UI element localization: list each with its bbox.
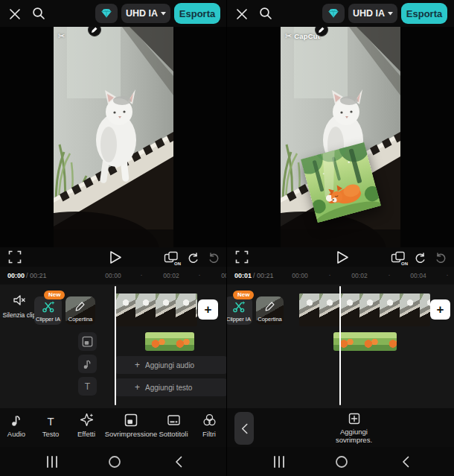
export-button[interactable]: Esporta <box>401 3 447 24</box>
compare-on-label: ON <box>401 261 408 266</box>
nav-home-icon[interactable] <box>334 455 349 469</box>
add-text-row[interactable]: + Aggiungi testo <box>115 378 227 396</box>
overlay-track[interactable] <box>145 332 194 351</box>
ai-clipper-button[interactable]: Clipper IA <box>34 296 62 325</box>
undo-icon[interactable] <box>187 251 199 263</box>
timeline[interactable]: Clipper IA New Copertina + <box>227 285 454 408</box>
video-frame <box>319 293 339 326</box>
transport-controls: ON <box>0 247 227 267</box>
video-frame <box>339 293 359 326</box>
cat-piano-scene <box>54 27 173 247</box>
plus-icon: + <box>437 302 444 317</box>
quality-selector[interactable]: UHD IA <box>348 4 397 23</box>
play-icon[interactable] <box>333 249 350 265</box>
video-frame <box>380 293 400 326</box>
topbar: UHD IA Esporta <box>227 0 454 27</box>
preview-area: ✂ CapCut <box>227 27 454 247</box>
timeline[interactable]: Silenzia clip Clipper IA New Copertina + <box>0 285 227 408</box>
pro-gem-button[interactable] <box>95 4 118 23</box>
music-note-icon <box>82 358 93 369</box>
mute-clip-button[interactable]: Silenzia clip <box>2 293 36 320</box>
add-clip-button[interactable]: + <box>198 299 218 320</box>
compare-toggle[interactable]: ON <box>390 250 406 264</box>
plus-icon: + <box>135 382 140 393</box>
add-text-label: Aggiungi testo <box>145 384 192 392</box>
video-frame <box>359 293 380 326</box>
mute-clip-label: Silenzia clip <box>2 312 36 320</box>
cover-button[interactable]: Copertina <box>65 296 95 325</box>
nav-back-icon[interactable] <box>398 455 413 469</box>
nav-back-icon[interactable] <box>171 455 186 469</box>
cover-label: Copertina <box>65 316 95 323</box>
playhead[interactable] <box>115 286 116 405</box>
bottom-menu: Audio T Testo Effetti Sovrimpressione So… <box>0 408 227 447</box>
nav-recents-icon[interactable] <box>45 455 60 469</box>
export-button[interactable]: Esporta <box>174 3 220 24</box>
filters-icon <box>202 413 217 427</box>
video-frame <box>135 293 156 326</box>
video-track[interactable] <box>115 293 197 326</box>
video-frame <box>115 293 135 326</box>
redo-icon[interactable] <box>208 251 220 263</box>
ai-clipper-button[interactable]: Clipper IA <box>227 296 252 325</box>
quality-selector[interactable]: UHD IA <box>121 4 170 23</box>
scissors-icon <box>42 300 54 313</box>
new-badge: New <box>44 291 65 299</box>
ai-clipper-label: Clipper IA <box>227 316 252 323</box>
overlay-panel: Aggiungi sovrimpres. <box>227 408 454 447</box>
pro-gem-button[interactable] <box>322 4 345 23</box>
overlay-icon <box>124 413 138 427</box>
close-icon[interactable] <box>234 7 249 22</box>
nav-home-icon[interactable] <box>107 455 122 469</box>
capcut-logo-icon: ✂ <box>285 31 292 41</box>
total-time: / 00:21 <box>253 272 274 279</box>
ruler-tick: 00:04 <box>410 272 426 279</box>
text-icon: T <box>85 381 90 392</box>
redo-icon[interactable] <box>435 251 447 263</box>
search-icon[interactable] <box>31 6 46 21</box>
ruler-tick: 00:02 <box>351 272 367 279</box>
cover-label: Copertina <box>256 316 284 323</box>
video-track[interactable] <box>299 293 430 326</box>
video-preview: ✂ CapCut <box>281 27 400 247</box>
sparkle-star-icon <box>80 413 94 427</box>
cover-button[interactable]: Copertina <box>256 296 284 325</box>
ruler-dot: · <box>199 271 201 279</box>
compare-toggle[interactable]: ON <box>163 250 179 264</box>
video-frame <box>400 293 420 326</box>
screen-right: UHD IA Esporta ✂ CapCut ON <box>227 0 454 476</box>
panel-back-button[interactable] <box>234 412 254 445</box>
nav-recents-icon[interactable] <box>272 455 287 469</box>
quality-label: UHD IA <box>126 8 158 19</box>
fullscreen-icon[interactable] <box>235 250 249 264</box>
menu-filters[interactable]: Filtri <box>176 410 227 438</box>
gem-icon <box>327 7 339 19</box>
add-audio-row[interactable]: + Aggiungi audio <box>115 356 227 374</box>
video-frame <box>156 293 176 326</box>
video-preview: ✂ <box>54 27 173 247</box>
undo-icon[interactable] <box>414 251 426 263</box>
total-time: / 00:21 <box>26 272 47 279</box>
play-icon[interactable] <box>106 249 123 265</box>
overlay-rail-icon[interactable] <box>78 332 97 351</box>
video-frame <box>420 293 430 326</box>
overlay-frame <box>170 332 194 351</box>
playhead[interactable] <box>339 286 341 405</box>
fullscreen-icon[interactable] <box>8 250 22 264</box>
ruler-tick: 00:02 <box>163 272 179 279</box>
audio-rail-icon[interactable] <box>78 355 97 373</box>
pencil-icon <box>318 26 325 34</box>
text-rail-icon[interactable]: T <box>78 377 97 396</box>
menu-label: Filtri <box>176 430 227 438</box>
plus-icon: + <box>205 302 212 317</box>
add-overlay-button[interactable]: Aggiungi sovrimpres. <box>254 413 454 445</box>
scissors-icon <box>232 300 245 313</box>
mute-speaker-icon <box>13 293 26 307</box>
capcut-logo-icon: ✂ <box>58 31 65 41</box>
overlay-track[interactable] <box>333 332 397 351</box>
search-icon[interactable] <box>258 6 273 21</box>
screenshot-divider <box>226 0 227 476</box>
add-audio-label: Aggiungi audio <box>145 361 194 369</box>
close-icon[interactable] <box>7 7 22 22</box>
add-clip-button[interactable]: + <box>430 299 450 320</box>
